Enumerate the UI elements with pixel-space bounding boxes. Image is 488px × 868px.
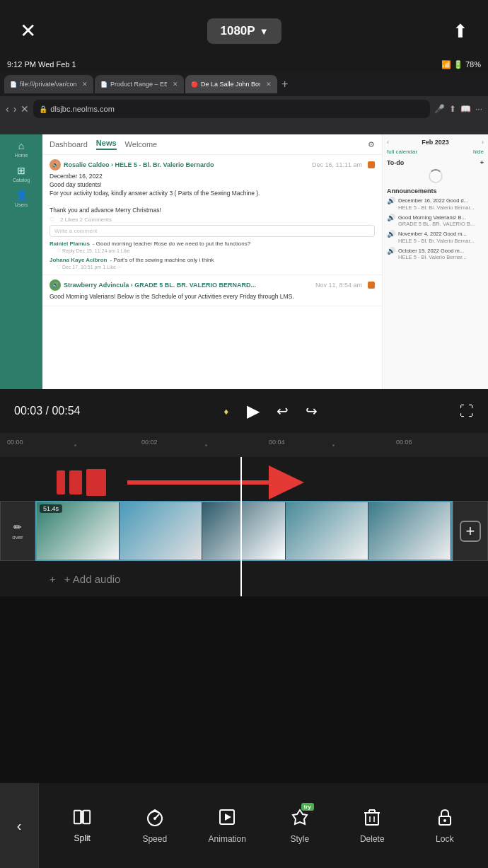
delete-icon	[362, 807, 382, 827]
reply-meta-1: ♡ Reply Dec 15, 11:24 am 1 Like	[50, 248, 375, 254]
post-time-1: Dec 16, 11:11 am	[312, 161, 362, 168]
sidebar-catalog[interactable]: ⊞ Catalog	[13, 165, 30, 183]
total-time: 00:54	[52, 405, 80, 417]
comment-input-1[interactable]: Write a comment	[50, 225, 375, 237]
toolbar-item-style[interactable]: try Style	[279, 807, 321, 844]
cal-next[interactable]: ›	[482, 139, 484, 146]
main-content-area: Dashboard News Welcome ⚙ 🔊 Rosalie Calde…	[42, 134, 382, 389]
mic-icon[interactable]: 🎤	[434, 104, 445, 114]
ruler-dot-2	[205, 444, 207, 446]
post-time-2: Nov 11, 8:54 am	[315, 282, 362, 289]
toolbar-item-lock[interactable]: Lock	[424, 807, 466, 844]
clip-frame-5	[368, 502, 451, 560]
red-block-3	[86, 469, 106, 496]
undo-button[interactable]: ↩	[277, 403, 289, 419]
try-badge: try	[301, 803, 314, 811]
play-button[interactable]: ▶	[247, 401, 260, 421]
address-bar[interactable]: 🔒 dlsjbc.neolms.com	[33, 100, 430, 118]
add-audio-row: + + Add audio	[0, 561, 488, 596]
announce-icon-2: 🔊	[387, 214, 395, 228]
todo-spinner	[429, 169, 443, 183]
left-sidebar: ⌂ Home ⊞ Catalog 👤 Users	[0, 134, 42, 389]
settings-gear-icon[interactable]: ⚙	[368, 140, 375, 149]
redo-button[interactable]: ↪	[306, 403, 318, 419]
status-icons: 📶 🔋 78%	[441, 60, 481, 69]
toolbar-back-button[interactable]: ‹	[0, 783, 39, 868]
timeline-ruler: 00:00 00:02 00:04 00:06	[0, 433, 488, 457]
announce-item-2: 🔊 Good Morning Valerians! B...GRADE 5 BL…	[387, 214, 484, 228]
reply-text-2: - Part's of the sewing machine only i th…	[110, 257, 214, 263]
clip-frame-3	[202, 502, 285, 560]
clip-frame-2	[120, 502, 202, 560]
tab-3-close[interactable]: ✕	[266, 81, 272, 88]
edit-icon-container: ✏ over	[12, 521, 23, 540]
toolbar-items: Split Speed Animation	[39, 783, 488, 868]
add-clip-button[interactable]: +	[453, 501, 488, 561]
avatar-strawberry: 🔊	[50, 279, 61, 291]
toolbar-item-speed[interactable]: Speed	[134, 807, 176, 844]
bookmark-icon[interactable]: 📖	[460, 104, 471, 114]
delete-label: Delete	[360, 834, 385, 844]
announce-icon-1: 🔊	[387, 197, 395, 212]
preview-area: 9:12 PM Wed Feb 1 📶 🔋 78% 📄 file:///priv…	[0, 57, 488, 389]
reply-name-1: Rainiel Plamus	[50, 241, 90, 247]
tab-news[interactable]: News	[96, 139, 117, 150]
tab-2-close[interactable]: ✕	[173, 81, 178, 88]
export-button[interactable]: ⬆	[453, 21, 468, 42]
tab-2[interactable]: 📄 Product Range – EEP Fu... ✕	[95, 75, 184, 93]
clip-track: ✏ over 51.4s +	[0, 501, 488, 561]
tab-dashboard[interactable]: Dashboard	[50, 140, 88, 149]
lock-icon	[435, 807, 455, 827]
share-icon[interactable]: ⬆	[449, 104, 456, 114]
red-arrow	[127, 465, 304, 499]
reply-text-1: - Good morning teacher Rose do we need t…	[93, 241, 250, 247]
toolbar-item-delete[interactable]: Delete	[351, 807, 393, 844]
browser-back-btn[interactable]: ‹	[6, 103, 9, 115]
add-audio-icon: +	[50, 573, 56, 585]
split-label: Split	[74, 833, 91, 843]
reply-2: Johana Kaye Acibron - Part's of the sewi…	[50, 255, 375, 265]
tab-1-close[interactable]: ✕	[82, 81, 88, 88]
full-calendar-link[interactable]: full calendar	[387, 149, 417, 155]
svg-rect-0	[74, 811, 81, 824]
red-block-1	[57, 470, 65, 494]
resolution-label: 1080P	[220, 24, 255, 38]
browser-mock: 9:12 PM Wed Feb 1 📶 🔋 78% 📄 file:///priv…	[0, 57, 488, 389]
resolution-button[interactable]: 1080P ▼	[207, 18, 281, 44]
cal-prev[interactable]: ‹	[387, 139, 389, 146]
tab-3[interactable]: 🔴 De La Salle John Bosco ... ✕	[185, 75, 277, 93]
toolbar-item-animation[interactable]: Animation	[206, 807, 248, 844]
arrow-head	[269, 465, 304, 499]
status-bar: 9:12 PM Wed Feb 1 📶 🔋 78%	[0, 57, 488, 72]
clip-main[interactable]: 51.4s	[35, 501, 453, 561]
close-button[interactable]: ✕	[20, 21, 36, 41]
likes-count-1: 2 Likes 2 Comments	[60, 216, 112, 223]
cal-hide-link[interactable]: hide	[473, 149, 484, 155]
speed-label: Speed	[142, 834, 167, 844]
bottom-toolbar: ‹ Split Speed	[0, 783, 488, 868]
fullscreen-button[interactable]: ⛶	[460, 403, 474, 419]
browser-reload-btn[interactable]: ✕	[21, 103, 29, 115]
todo-add-btn[interactable]: +	[480, 159, 484, 166]
keyframe-button[interactable]: ⬧	[223, 405, 230, 417]
svg-rect-2	[83, 811, 90, 824]
sidebar-home[interactable]: ⌂ Home	[15, 140, 28, 158]
more-icon[interactable]: ···	[475, 104, 482, 114]
announce-icon-3: 🔊	[387, 230, 395, 245]
add-tab-button[interactable]: +	[279, 78, 291, 91]
add-audio-button[interactable]: + + Add audio	[50, 573, 120, 585]
like-icon-1[interactable]: ♡	[50, 216, 54, 223]
browser-forward-btn[interactable]: ›	[13, 103, 17, 115]
post-actions-1: ♡ 2 Likes 2 Comments	[50, 216, 375, 223]
add-audio-label: + Add audio	[64, 573, 121, 585]
toolbar-item-split[interactable]: Split	[61, 808, 103, 843]
url-text: dlsjbc.neolms.com	[50, 105, 114, 113]
news-post-2: 🔊 Strawberry Advincula › GRADE 5 BL. BR.…	[42, 275, 382, 306]
sidebar-users[interactable]: 👤 Users	[15, 190, 28, 207]
timeline-area: ✏ over 51.4s + + + Add audio	[0, 457, 488, 596]
resolution-chevron: ▼	[260, 26, 269, 37]
tab-welcome[interactable]: Welcome	[125, 140, 158, 149]
post-text-1: December 16, 2022Good day students!For y…	[50, 173, 375, 214]
tab-1[interactable]: 📄 file:///private/var/conta... ✕	[4, 75, 93, 93]
svg-point-16	[443, 819, 446, 822]
